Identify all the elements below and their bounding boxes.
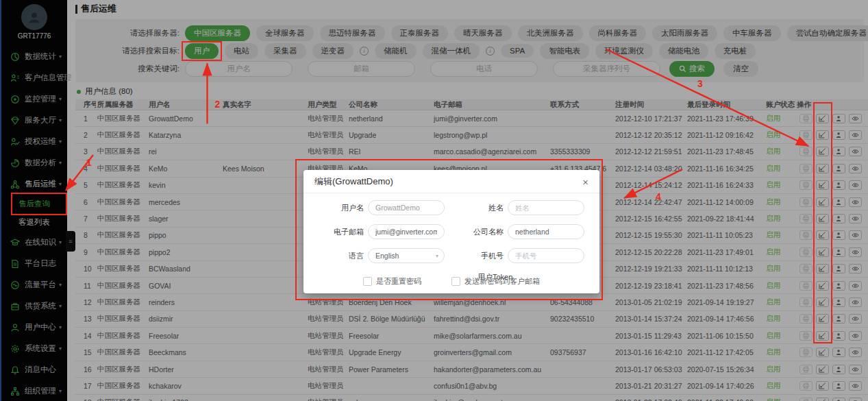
language-field-row: 语言 English ▾ — [312, 248, 445, 263]
email-field[interactable] — [368, 224, 445, 239]
modal-checkbox[interactable]: 是否重置密码 — [363, 276, 421, 287]
company-field-row: 公司名称 — [451, 224, 584, 239]
modal-title: 编辑(GrowattDemo) — [314, 175, 393, 188]
username-field[interactable] — [368, 200, 445, 215]
lastname-field-row: 姓名 — [451, 200, 584, 215]
close-icon[interactable]: × — [582, 177, 588, 187]
edit-user-modal: 编辑(GrowattDemo) × 用户名 姓名 电子邮箱 公司名称 语言 En… — [303, 170, 599, 293]
modal-body: 用户名 姓名 电子邮箱 公司名称 语言 English ▾ 手机号 用户Toke… — [303, 193, 599, 282]
checkbox-icon — [363, 277, 372, 286]
modal-checkbox-row: 是否重置密码发送新密码到客户邮箱 — [303, 276, 599, 287]
phone-field-row: 手机号 — [451, 248, 584, 263]
email-field-row: 电子邮箱 — [312, 224, 445, 239]
language-select[interactable]: English ▾ — [368, 248, 445, 263]
phone-field[interactable] — [508, 248, 584, 263]
modal-checkbox[interactable]: 发送新密码到客户邮箱 — [451, 276, 540, 287]
username-field-row: 用户名 — [312, 200, 445, 215]
company-field[interactable] — [508, 224, 584, 239]
modal-header: 编辑(GrowattDemo) × — [303, 170, 599, 193]
chevron-down-icon: ▾ — [436, 253, 438, 259]
checkbox-icon — [451, 277, 460, 286]
lastname-field[interactable] — [508, 200, 584, 215]
